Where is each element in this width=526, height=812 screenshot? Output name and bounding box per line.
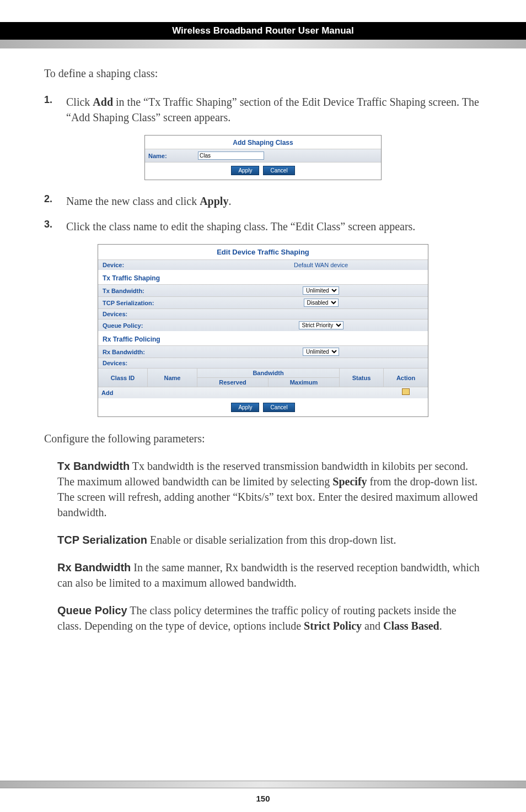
step-2-pre: Name the new class and click: [66, 195, 200, 207]
asc-name-input[interactable]: [198, 151, 264, 160]
step-1-body: Click Add in the “Tx Traffic Shaping” se…: [66, 94, 482, 125]
param-tcp-t1: Enable or disable serialization from thi…: [147, 534, 396, 546]
step-2-body: Name the new class and click Apply.: [66, 193, 482, 209]
edts-device-label: Device:: [103, 262, 218, 268]
add-action-icon[interactable]: [402, 388, 410, 395]
param-tcp: TCP Serialization Enable or disable seri…: [57, 532, 482, 548]
step-1-bold: Add: [93, 96, 113, 108]
param-txbw: Tx Bandwidth Tx bandwidth is the reserve…: [57, 458, 482, 520]
param-txbw-title: Tx Bandwidth: [57, 460, 130, 472]
edts-device-value: Default WAN device: [218, 262, 423, 268]
param-queue-t3: .: [439, 620, 442, 632]
param-queue-title: Queue Policy: [57, 604, 127, 616]
param-queue-t2: and: [362, 620, 383, 632]
asc-name-label: Name:: [148, 153, 198, 159]
page-number: 150: [0, 791, 526, 812]
table-row: Add: [98, 387, 428, 398]
asc-title: Add Shaping Class: [145, 136, 381, 149]
asc-cancel-button[interactable]: Cancel: [263, 166, 294, 175]
param-rxbw: Rx Bandwidth In the same manner, Rx band…: [57, 560, 482, 591]
th-name: Name: [148, 369, 197, 387]
edts-tcpser-select[interactable]: Disabled: [304, 299, 339, 307]
th-bandwidth: Bandwidth: [197, 369, 339, 378]
step-1-post: in the “Tx Traffic Shaping” section of t…: [66, 96, 479, 123]
param-txbw-b1: Specify: [332, 475, 367, 488]
step-2-number: 2.: [44, 193, 66, 209]
step-1-pre: Click: [66, 96, 93, 108]
step-1-number: 1.: [44, 94, 66, 125]
intro-text: To define a shaping class:: [44, 67, 482, 80]
header-divider: [0, 40, 526, 48]
param-queue: Queue Policy The class policy determines…: [57, 603, 482, 634]
step-3-number: 3.: [44, 219, 66, 234]
edit-device-traffic-shaping-screenshot: Edit Device Traffic Shaping Device: Defa…: [98, 244, 428, 417]
edts-queue-select[interactable]: Strict Priority: [299, 321, 343, 329]
edts-rxbw-select[interactable]: Unlimited: [303, 348, 339, 356]
step-2-bold: Apply: [200, 195, 228, 207]
edts-cancel-button[interactable]: Cancel: [263, 403, 294, 412]
th-classid: Class ID: [98, 369, 148, 387]
edts-devices-label: Devices:: [103, 311, 218, 317]
params-intro: Configure the following parameters:: [44, 432, 482, 445]
edts-title: Edit Device Traffic Shaping: [98, 245, 428, 259]
edts-queue-label: Queue Policy:: [103, 322, 218, 329]
th-reserved: Reserved: [197, 378, 269, 387]
edts-tcpser-label: TCP Serialization:: [103, 300, 218, 306]
param-rxbw-title: Rx Bandwidth: [57, 561, 131, 573]
footer-divider: [0, 781, 526, 788]
add-shaping-class-screenshot: Add Shaping Class Name: Apply Cancel: [144, 135, 382, 180]
add-link[interactable]: Add: [98, 387, 148, 398]
th-action: Action: [384, 369, 428, 387]
th-status: Status: [340, 369, 384, 387]
edts-devices-label-2: Devices:: [103, 360, 218, 366]
edts-apply-button[interactable]: Apply: [231, 403, 259, 412]
edts-txbw-label: Tx Bandwidth:: [103, 288, 218, 294]
header-title: Wireless Broadband Router User Manual: [41, 22, 485, 40]
edts-rxbw-label: Rx Bandwidth:: [103, 349, 218, 355]
param-queue-b1: Strict Policy: [304, 620, 362, 632]
step-3-body: Click the class name to edit the shaping…: [66, 219, 482, 234]
step-2-post: .: [228, 195, 231, 207]
asc-apply-button[interactable]: Apply: [231, 166, 259, 175]
param-tcp-title: TCP Serialization: [57, 534, 147, 546]
th-maximum: Maximum: [269, 378, 339, 387]
edts-tx-section: Tx Traffic Shaping: [98, 270, 428, 284]
param-queue-b2: Class Based: [383, 620, 439, 632]
edts-txbw-select[interactable]: Unlimited: [303, 286, 339, 295]
edts-rx-section: Rx Traffic Policing: [98, 331, 428, 345]
